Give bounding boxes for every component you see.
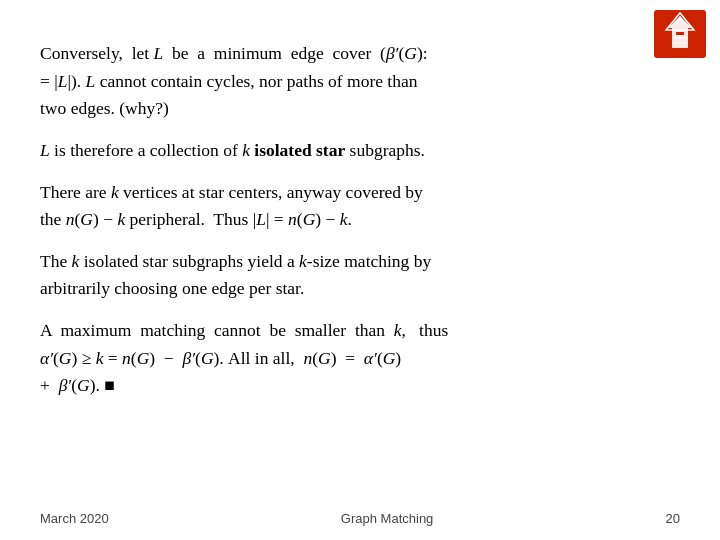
slide-footer: March 2020 Graph Matching 20: [0, 511, 720, 526]
slide-content: Conversely, let L be a minimum edge cove…: [40, 40, 680, 400]
university-logo: [654, 10, 706, 58]
paragraph-3: There are k vertices at star centers, an…: [40, 179, 680, 234]
footer-date: March 2020: [40, 511, 109, 526]
svg-rect-3: [676, 32, 684, 35]
slide: Conversely, let L be a minimum edge cove…: [0, 0, 720, 540]
footer-page: 20: [666, 511, 680, 526]
paragraph-1: Conversely, let L be a minimum edge cove…: [40, 40, 680, 123]
paragraph-2: L is therefore a collection of k isolate…: [40, 137, 680, 165]
footer-title: Graph Matching: [341, 511, 434, 526]
paragraph-5: A maximum matching cannot be smaller tha…: [40, 317, 680, 400]
paragraph-4: The k isolated star subgraphs yield a k-…: [40, 248, 680, 303]
